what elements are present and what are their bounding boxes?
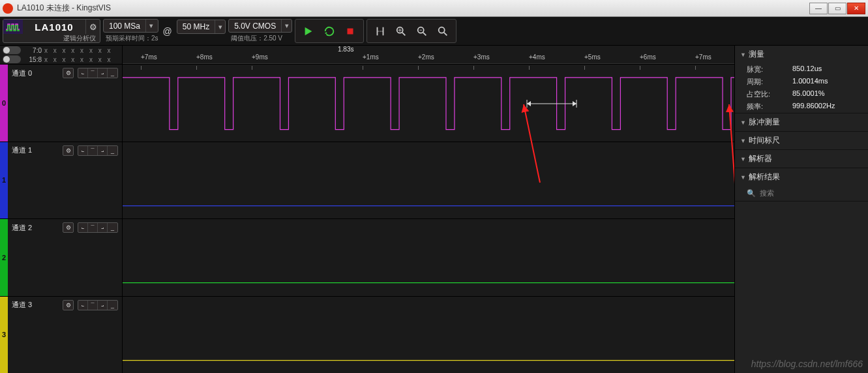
measure-key: 脉宽: xyxy=(747,65,792,74)
svg-rect-0 xyxy=(348,28,353,34)
probe-toggle-1[interactable] xyxy=(3,55,21,63)
window-title: LA1010 未连接 - KingstVIS xyxy=(17,3,111,14)
channel-name: 通道 2 xyxy=(12,223,59,233)
pulse-section-header[interactable]: 脉冲测量 xyxy=(735,113,868,131)
result-section-header[interactable]: 解析结果 xyxy=(735,168,868,186)
device-box: LA1010 ⚙ 逻辑分析仪 xyxy=(3,19,100,43)
probe-toggle-0[interactable] xyxy=(3,46,21,54)
measure-key: 频率: xyxy=(747,102,792,112)
chevron-down-icon[interactable]: ▾ xyxy=(145,20,156,32)
capture-controls xyxy=(295,19,364,43)
ruler-tick: +6ms xyxy=(640,53,656,61)
parser-section-header[interactable]: 解析器 xyxy=(735,150,868,168)
ruler-tick: +1ms xyxy=(363,53,379,61)
toolbar: LA1010 ⚙ 逻辑分析仪 100 MSa ▾ 预期采样时间：2s @ 50 … xyxy=(0,17,868,46)
waveform-lane-0[interactable] xyxy=(123,64,734,142)
channel-trigger-buttons[interactable]: ⨽¯⨼_ xyxy=(78,68,118,78)
frequency-select[interactable]: 50 MHz ▾ xyxy=(177,20,226,34)
ruler-tick: +7ms xyxy=(141,53,157,61)
channel-index: 3 xyxy=(0,331,8,338)
svg-point-5 xyxy=(439,27,445,33)
logic-level-select[interactable]: 5.0V CMOS ▾ xyxy=(228,19,292,33)
channel-gear-button[interactable]: ⚙ xyxy=(63,222,74,233)
svg-rect-2 xyxy=(383,27,384,35)
channel-gear-button[interactable]: ⚙ xyxy=(63,300,74,310)
channel-index: 0 xyxy=(0,99,8,107)
chevron-down-icon[interactable]: ▾ xyxy=(281,20,292,32)
probe-pattern-0: x x x x x x x x xyxy=(44,47,112,54)
zoom-out-button[interactable] xyxy=(434,23,452,40)
channel-row: 3 通道 3 ⚙ ⨽¯⨼_ xyxy=(0,296,122,374)
channel-gear-button[interactable]: ⚙ xyxy=(63,145,74,156)
watermark: https://blog.csdn.net/lmf666 xyxy=(751,359,863,369)
ruler-tick: +2ms xyxy=(418,53,434,61)
time-ruler[interactable]: 1.83s +7ms+8ms+9ms+1ms+2ms+3ms+4ms+5ms+6… xyxy=(123,46,734,64)
channel-index: 1 xyxy=(0,176,8,184)
waveform-area[interactable]: 1.83s +7ms+8ms+9ms+1ms+2ms+3ms+4ms+5ms+6… xyxy=(123,46,734,373)
zoom-fit-button[interactable] xyxy=(392,23,410,40)
right-panel: 测量 脉宽:850.12us周期:1.00014ms占空比:85.0001%频率… xyxy=(734,46,868,373)
measure-key: 周期: xyxy=(747,77,792,87)
measure-section: 测量 脉宽:850.12us周期:1.00014ms占空比:85.0001%频率… xyxy=(735,46,868,113)
probe-row-1: 15:8 x x x x x x x x xyxy=(0,55,122,64)
sample-rate-value: 100 MSa xyxy=(104,22,145,31)
cursor-button[interactable] xyxy=(371,23,389,40)
app-icon xyxy=(3,3,13,14)
search-icon: 🔍 xyxy=(747,189,756,198)
waveform-lane-1[interactable] xyxy=(123,142,734,219)
device-subtitle: 逻辑分析仪 xyxy=(3,34,100,44)
channel-row: 2 通道 2 ⚙ ⨽¯⨼_ xyxy=(0,218,122,296)
channel-name: 通道 0 xyxy=(12,68,59,78)
channel-trigger-buttons[interactable]: ⨽¯⨼_ xyxy=(78,145,118,156)
measure-key: 占空比: xyxy=(747,89,792,99)
measure-value: 850.12us xyxy=(792,65,822,74)
waveform-lane-2[interactable] xyxy=(123,218,734,296)
ruler-tick: +8ms xyxy=(196,53,213,61)
channel-trigger-buttons[interactable]: ⨽¯⨼_ xyxy=(78,222,118,233)
ruler-section-header[interactable]: 时间标尺 xyxy=(735,132,868,149)
minimize-button[interactable]: — xyxy=(809,3,828,14)
measure-row: 占空比:85.0001% xyxy=(735,88,868,100)
channel-name: 通道 3 xyxy=(12,300,59,310)
maximize-button[interactable]: ▭ xyxy=(828,3,846,14)
channel-name: 通道 1 xyxy=(12,145,59,155)
loop-button[interactable] xyxy=(320,23,338,40)
sample-rate-hint: 预期采样时间：2s xyxy=(103,34,158,43)
ruler-tick: +4ms xyxy=(529,53,545,61)
stop-button[interactable] xyxy=(341,23,359,40)
probe-label-0: 7:0 xyxy=(23,47,42,54)
channel-row: 0 通道 0 ⚙ ⨽¯⨼_ xyxy=(0,64,122,142)
measure-value: 85.0001% xyxy=(792,89,825,99)
probe-label-1: 15:8 xyxy=(23,56,42,63)
zoom-in-button[interactable] xyxy=(413,23,431,40)
close-button[interactable]: ✕ xyxy=(847,3,865,14)
left-panel: 7:0 x x x x x x x x 15:8 x x x x x x x x… xyxy=(0,46,123,373)
ruler-tick: +5ms xyxy=(584,53,601,61)
logic-level-value: 5.0V CMOS xyxy=(229,22,281,31)
device-settings-button[interactable]: ⚙ xyxy=(85,20,100,34)
measure-value: 1.00014ms xyxy=(792,77,828,87)
channel-gear-button[interactable]: ⚙ xyxy=(63,68,74,78)
at-separator: @ xyxy=(161,26,174,37)
frequency-value: 50 MHz xyxy=(177,22,215,31)
channel-trigger-buttons[interactable]: ⨽¯⨼_ xyxy=(78,300,118,310)
svg-rect-1 xyxy=(377,27,378,35)
view-controls xyxy=(367,19,456,43)
play-button[interactable] xyxy=(299,23,318,40)
waveform-lane-3[interactable] xyxy=(123,296,734,374)
device-model: LA1010 xyxy=(23,22,85,33)
ruler-tick: +9ms xyxy=(252,53,268,61)
ruler-tick: +3ms xyxy=(473,53,490,61)
measure-row: 频率:999.86002Hz xyxy=(735,100,868,113)
channel-index: 2 xyxy=(0,254,8,261)
measure-indicator-icon xyxy=(526,98,578,109)
probe-row-0: 7:0 x x x x x x x x xyxy=(0,46,122,55)
measure-row: 周期:1.00014ms xyxy=(735,76,868,88)
search-row[interactable]: 🔍 搜索 xyxy=(735,186,868,201)
measure-row: 脉宽:850.12us xyxy=(735,63,868,76)
chevron-down-icon[interactable]: ▾ xyxy=(215,20,225,33)
threshold-hint: 阈值电压：2.50 V xyxy=(228,34,292,43)
sample-rate-select[interactable]: 100 MSa ▾ xyxy=(103,19,158,33)
search-placeholder: 搜索 xyxy=(760,188,774,198)
measure-header[interactable]: 测量 xyxy=(735,46,868,63)
